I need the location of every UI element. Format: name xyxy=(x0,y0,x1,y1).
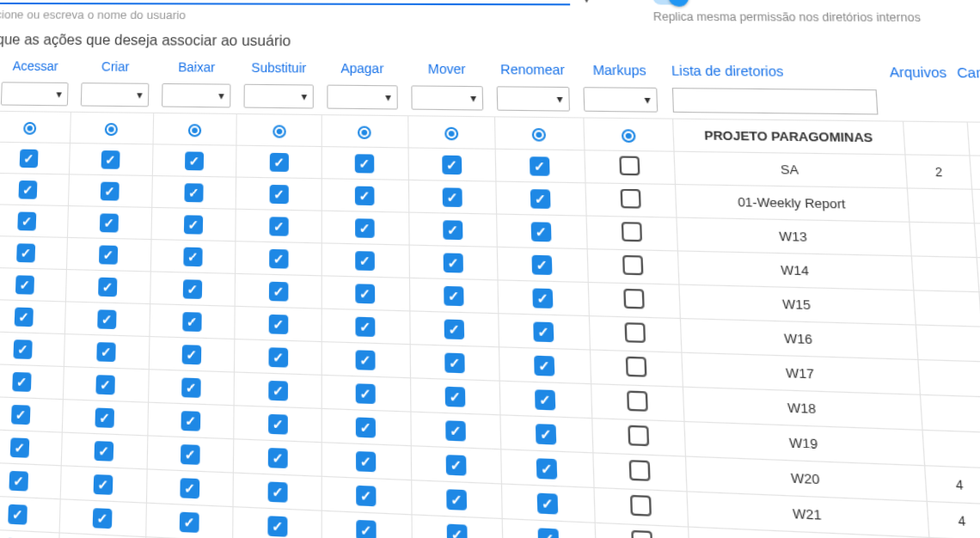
permission-checkbox[interactable] xyxy=(12,371,31,391)
permission-checkbox[interactable] xyxy=(97,342,116,362)
permission-checkbox[interactable] xyxy=(181,411,201,431)
permission-checkbox[interactable] xyxy=(184,183,203,202)
permission-checkbox[interactable] xyxy=(355,218,375,238)
column-header-criar[interactable]: Criar xyxy=(75,59,156,80)
permission-checkbox[interactable] xyxy=(446,489,467,510)
permission-checkbox[interactable] xyxy=(444,319,463,339)
permission-checkbox[interactable] xyxy=(356,519,376,538)
permission-checkbox[interactable] xyxy=(99,277,118,297)
permission-checkbox[interactable] xyxy=(101,150,120,168)
permission-checkbox[interactable] xyxy=(182,311,201,331)
permission-checkbox[interactable] xyxy=(622,222,642,241)
permission-checkbox[interactable] xyxy=(15,275,34,294)
filter-dropdown-mover[interactable] xyxy=(411,85,483,110)
permission-checkbox[interactable] xyxy=(11,404,30,424)
permission-checkbox[interactable] xyxy=(530,156,550,176)
column-header-mover[interactable]: Mover xyxy=(404,61,489,83)
permission-checkbox[interactable] xyxy=(445,454,466,475)
permission-checkbox[interactable] xyxy=(183,279,202,299)
permission-checkbox[interactable] xyxy=(443,253,462,272)
permission-checkbox[interactable] xyxy=(180,511,199,532)
radio-select-all[interactable] xyxy=(358,125,371,138)
directory-filter-input[interactable] xyxy=(672,88,879,114)
permission-checkbox[interactable] xyxy=(629,460,651,481)
permission-checkbox[interactable] xyxy=(18,180,37,199)
column-header-acessar[interactable]: Acessar xyxy=(0,58,76,79)
permission-checkbox[interactable] xyxy=(13,339,32,359)
permission-checkbox[interactable] xyxy=(630,495,652,517)
permission-checkbox[interactable] xyxy=(627,390,648,411)
permission-checkbox[interactable] xyxy=(356,417,376,437)
permission-checkbox[interactable] xyxy=(355,251,375,271)
permission-checkbox[interactable] xyxy=(101,181,119,200)
permission-checkbox[interactable] xyxy=(99,245,118,264)
column-header-apagar[interactable]: Apagar xyxy=(321,61,405,82)
permission-checkbox[interactable] xyxy=(268,347,288,367)
column-header-markups[interactable]: Markups xyxy=(576,63,665,84)
permission-checkbox[interactable] xyxy=(96,375,116,394)
filter-dropdown-substituir[interactable] xyxy=(243,84,313,109)
permission-checkbox[interactable] xyxy=(443,220,462,240)
permission-checkbox[interactable] xyxy=(267,447,287,468)
radio-select-all[interactable] xyxy=(23,121,36,134)
permission-checkbox[interactable] xyxy=(269,248,288,268)
radio-select-all[interactable] xyxy=(273,125,286,138)
permission-checkbox[interactable] xyxy=(531,222,552,241)
permission-checkbox[interactable] xyxy=(95,441,114,462)
permission-checkbox[interactable] xyxy=(9,470,28,491)
permission-checkbox[interactable] xyxy=(624,322,646,343)
permission-checkbox[interactable] xyxy=(181,443,200,464)
permission-checkbox[interactable] xyxy=(622,255,643,275)
chevron-down-icon[interactable]: ▼ xyxy=(579,0,593,5)
radio-select-all[interactable] xyxy=(622,129,636,143)
permission-checkbox[interactable] xyxy=(268,281,288,301)
permission-checkbox[interactable] xyxy=(269,217,288,236)
column-header-baixar[interactable]: Baixar xyxy=(156,59,237,80)
permission-checkbox[interactable] xyxy=(631,530,652,538)
permission-checkbox[interactable] xyxy=(356,485,376,506)
permission-checkbox[interactable] xyxy=(356,284,376,303)
permission-checkbox[interactable] xyxy=(532,254,553,274)
permission-checkbox[interactable] xyxy=(536,458,557,480)
permission-checkbox[interactable] xyxy=(268,314,288,333)
permission-checkbox[interactable] xyxy=(14,307,33,327)
permission-checkbox[interactable] xyxy=(619,156,640,175)
permission-checkbox[interactable] xyxy=(623,289,645,309)
permission-checkbox[interactable] xyxy=(356,450,376,471)
permission-checkbox[interactable] xyxy=(93,508,113,529)
permission-checkbox[interactable] xyxy=(17,211,36,230)
permission-checkbox[interactable] xyxy=(444,352,465,373)
permission-checkbox[interactable] xyxy=(181,377,201,397)
permission-checkbox[interactable] xyxy=(445,420,466,441)
permission-checkbox[interactable] xyxy=(16,243,35,262)
permission-checkbox[interactable] xyxy=(444,285,463,305)
permission-checkbox[interactable] xyxy=(180,478,199,498)
permission-checkbox[interactable] xyxy=(185,151,204,170)
column-header-files[interactable]: Arquivos xyxy=(887,64,952,86)
permission-checkbox[interactable] xyxy=(536,424,556,444)
radio-select-all[interactable] xyxy=(188,124,201,137)
permission-checkbox[interactable] xyxy=(269,184,288,203)
permission-checkbox[interactable] xyxy=(444,386,465,407)
permission-checkbox[interactable] xyxy=(268,413,288,434)
permission-checkbox[interactable] xyxy=(446,523,467,538)
permission-checkbox[interactable] xyxy=(442,187,462,207)
filter-dropdown-acessar[interactable] xyxy=(1,82,69,106)
permission-checkbox[interactable] xyxy=(534,321,554,342)
column-header-dirlist[interactable]: Lista de diretorios xyxy=(663,63,889,85)
permission-checkbox[interactable] xyxy=(626,357,647,377)
permission-checkbox[interactable] xyxy=(8,504,28,524)
permission-checkbox[interactable] xyxy=(535,389,555,410)
permission-checkbox[interactable] xyxy=(19,149,38,168)
permission-checkbox[interactable] xyxy=(184,215,203,234)
permission-checkbox[interactable] xyxy=(10,437,30,458)
permission-checkbox[interactable] xyxy=(269,152,288,171)
radio-select-all[interactable] xyxy=(105,122,118,135)
permission-checkbox[interactable] xyxy=(355,186,375,205)
permission-checkbox[interactable] xyxy=(533,288,554,309)
permission-checkbox[interactable] xyxy=(267,481,287,502)
permission-checkbox[interactable] xyxy=(268,380,288,400)
column-header-path[interactable]: Caminho do diretório xyxy=(950,65,980,90)
permission-checkbox[interactable] xyxy=(530,189,551,209)
filter-dropdown-baixar[interactable] xyxy=(162,83,231,108)
